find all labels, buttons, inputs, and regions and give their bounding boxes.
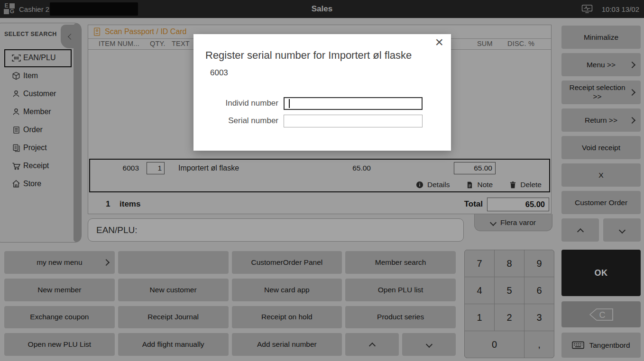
dialog-title: Register serial number for Importert øl … — [205, 49, 412, 62]
dialog-item-number: 6003 — [210, 68, 228, 78]
close-icon[interactable]: × — [435, 35, 443, 49]
individ-number-field[interactable] — [284, 97, 423, 110]
serial-number-label: Serial number — [193, 116, 278, 126]
register-serial-number-dialog: × Register serial number for Importert ø… — [193, 34, 451, 151]
serial-number-field[interactable] — [284, 115, 423, 127]
individ-number-row: Individ number — [193, 97, 451, 110]
pos-screen: E G Cashier 234- Sales 10:03 13/02 SELEC… — [0, 0, 644, 361]
text-caret — [289, 99, 290, 108]
serial-number-row: Serial number — [193, 115, 451, 127]
individ-number-label: Individ number — [193, 99, 278, 108]
